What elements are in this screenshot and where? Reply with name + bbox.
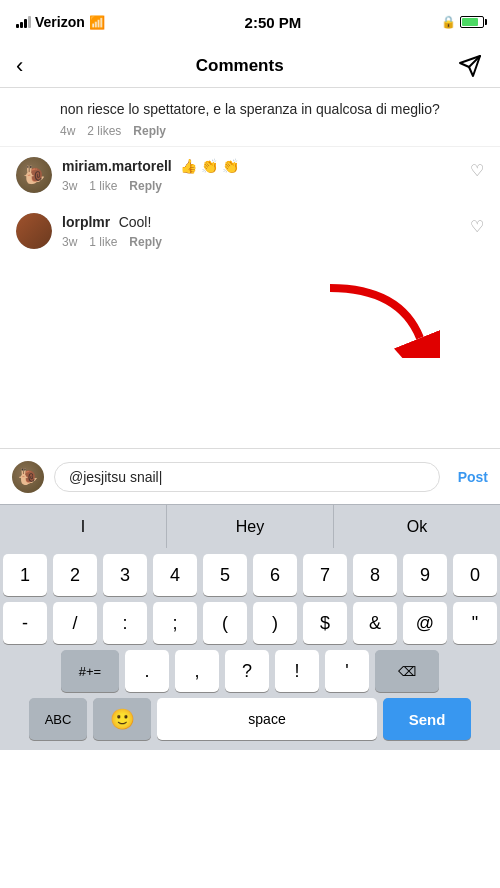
comment-meta: 3w 1 like Reply [62, 235, 484, 249]
key-abc[interactable]: ABC [29, 698, 87, 740]
comment-body: miriam.martorell 👍 👏 👏 3w 1 like Reply [62, 157, 484, 193]
key-ampersand[interactable]: & [353, 602, 397, 644]
key-hashplus[interactable]: #+= [61, 650, 119, 692]
comment-username[interactable]: lorplmr [62, 214, 110, 230]
avatar-image [16, 157, 52, 193]
send-icon [458, 54, 482, 78]
comments-area: non riesce lo spettatore, e la speranza … [0, 88, 500, 448]
wifi-icon: 📶 [89, 15, 105, 30]
key-3[interactable]: 3 [103, 554, 147, 596]
current-user-avatar: 🐌 [12, 461, 44, 493]
like-icon[interactable]: ♡ [470, 161, 484, 180]
key-period[interactable]: . [125, 650, 169, 692]
keyboard: 1 2 3 4 5 6 7 8 9 0 - / : ; ( ) $ & @ " … [0, 548, 500, 750]
comment-likes: 2 likes [87, 124, 121, 138]
key-6[interactable]: 6 [253, 554, 297, 596]
comment-input-wrapper: @jesjitsu snail| [54, 462, 440, 492]
comment-username[interactable]: miriam.martorell [62, 158, 172, 174]
avatar [16, 157, 52, 193]
key-5[interactable]: 5 [203, 554, 247, 596]
lock-icon: 🔒 [441, 15, 456, 29]
key-slash[interactable]: / [53, 602, 97, 644]
delete-key[interactable]: ⌫ [375, 650, 439, 692]
avatar [16, 213, 52, 249]
key-emoji[interactable]: 🙂 [93, 698, 151, 740]
reply-button[interactable]: Reply [129, 179, 162, 193]
key-semicolon[interactable]: ; [153, 602, 197, 644]
comment-age: 3w [62, 179, 77, 193]
key-comma[interactable]: , [175, 650, 219, 692]
key-colon[interactable]: : [103, 602, 147, 644]
key-8[interactable]: 8 [353, 554, 397, 596]
status-right: 🔒 [441, 15, 484, 29]
battery-icon [460, 16, 484, 28]
avatar-image [16, 213, 52, 249]
comment-body: lorplmr Cool! 3w 1 like Reply [62, 213, 484, 249]
key-4[interactable]: 4 [153, 554, 197, 596]
comment-likes: 1 like [89, 179, 117, 193]
signal-icon [16, 16, 31, 28]
key-question[interactable]: ? [225, 650, 269, 692]
predictive-bar: I Hey Ok [0, 504, 500, 548]
key-exclaim[interactable]: ! [275, 650, 319, 692]
comment-age: 4w [60, 124, 75, 138]
comment-item: miriam.martorell 👍 👏 👏 3w 1 like Reply ♡ [0, 147, 500, 203]
key-apos[interactable]: ' [325, 650, 369, 692]
key-7[interactable]: 7 [303, 554, 347, 596]
key-quote[interactable]: " [453, 602, 497, 644]
keyboard-row-1: 1 2 3 4 5 6 7 8 9 0 [3, 554, 497, 596]
key-dollar[interactable]: $ [303, 602, 347, 644]
nav-bar: ‹ Comments [0, 44, 500, 88]
keyboard-row-bottom: ABC 🙂 space Send [3, 698, 497, 740]
comment-partial: non riesce lo spettatore, e la speranza … [0, 88, 500, 147]
predictive-item-2[interactable]: Hey [167, 505, 334, 548]
key-at[interactable]: @ [403, 602, 447, 644]
keyboard-row-3: #+= . , ? ! ' ⌫ [3, 650, 497, 692]
key-9[interactable]: 9 [403, 554, 447, 596]
key-send[interactable]: Send [383, 698, 471, 740]
predictive-item-3[interactable]: Ok [334, 505, 500, 548]
key-closeparen[interactable]: ) [253, 602, 297, 644]
comment-meta: 3w 1 like Reply [62, 179, 484, 193]
comment-text: Cool! [119, 214, 152, 230]
status-bar: Verizon 📶 2:50 PM 🔒 [0, 0, 500, 44]
comment-likes: 1 like [89, 235, 117, 249]
back-button[interactable]: ‹ [16, 53, 23, 79]
status-left: Verizon 📶 [16, 14, 105, 30]
page-title: Comments [196, 56, 284, 76]
comment-item: lorplmr Cool! 3w 1 like Reply ♡ [0, 203, 500, 259]
key-dash[interactable]: - [3, 602, 47, 644]
comment-partial-text: non riesce lo spettatore, e la speranza … [60, 100, 484, 120]
reply-button[interactable]: Reply [129, 235, 162, 249]
comment-text: 👍 👏 👏 [180, 158, 239, 174]
keyboard-row-2: - / : ; ( ) $ & @ " [3, 602, 497, 644]
send-button[interactable] [456, 52, 484, 80]
like-icon[interactable]: ♡ [470, 217, 484, 236]
reply-button[interactable]: Reply [133, 124, 166, 138]
comment-input[interactable]: @jesjitsu snail| [69, 469, 425, 485]
key-openparen[interactable]: ( [203, 602, 247, 644]
key-2[interactable]: 2 [53, 554, 97, 596]
post-button[interactable]: Post [450, 469, 488, 485]
comment-age: 3w [62, 235, 77, 249]
comment-input-area: 🐌 @jesjitsu snail| Post [0, 448, 500, 504]
key-0[interactable]: 0 [453, 554, 497, 596]
status-time: 2:50 PM [245, 14, 302, 31]
key-space[interactable]: space [157, 698, 377, 740]
carrier-label: Verizon [35, 14, 85, 30]
comment-partial-meta: 4w 2 likes Reply [60, 124, 484, 138]
key-1[interactable]: 1 [3, 554, 47, 596]
predictive-item-1[interactable]: I [0, 505, 167, 548]
